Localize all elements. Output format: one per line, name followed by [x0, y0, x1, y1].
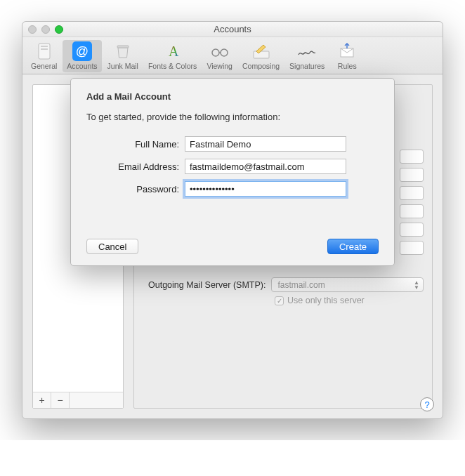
remove-account-button[interactable]: − [51, 392, 70, 408]
obscured-field [400, 186, 424, 200]
smtp-value: fastmail.com [277, 280, 325, 290]
toolbar-label: Signatures [289, 62, 325, 70]
prefs-toolbar: General @ Accounts Junk Mail A Fonts & C… [22, 37, 443, 74]
full-name-row: Full Name: [86, 136, 379, 152]
toolbar-label: General [31, 62, 57, 70]
toolbar-item-accounts[interactable]: @ Accounts [63, 40, 101, 72]
sheet-title: Add a Mail Account [86, 91, 379, 102]
password-row: Password: [86, 181, 379, 197]
chevron-updown-icon: ▲▼ [414, 280, 419, 290]
toolbar-item-general[interactable]: General [27, 40, 61, 72]
compose-icon [250, 41, 273, 61]
svg-rect-5 [117, 46, 129, 48]
sheet-subtitle: To get started, provide the following in… [86, 112, 379, 122]
toolbar-label: Rules [338, 62, 357, 70]
email-label: Email Address: [86, 161, 185, 172]
toolbar-item-viewing[interactable]: Viewing [202, 40, 237, 72]
at-sign-icon: @ [71, 41, 93, 61]
create-button[interactable]: Create [327, 239, 379, 254]
toolbar-item-rules[interactable]: Rules [330, 40, 364, 72]
help-button[interactable]: ? [420, 397, 434, 411]
email-row: Email Address: [86, 159, 379, 174]
window-title: Accounts [22, 24, 443, 34]
svg-rect-2 [41, 48, 48, 50]
toolbar-label: Composing [242, 62, 280, 70]
svg-rect-9 [254, 51, 269, 58]
preferences-window: Accounts General @ Accounts Junk Mail A … [22, 21, 443, 419]
sheet-buttons: Cancel Create [86, 239, 379, 254]
use-only-checkbox[interactable]: ✓ [275, 296, 284, 305]
svg-text:A: A [169, 44, 179, 59]
glasses-icon [209, 41, 231, 61]
password-input[interactable] [185, 181, 346, 197]
full-name-input[interactable] [185, 136, 346, 152]
toolbar-item-fonts[interactable]: A Fonts & Colors [144, 40, 201, 72]
use-only-label: Use only this server [287, 296, 365, 305]
smtp-row: Outgoing Mail Server (SMTP): fastmail.co… [148, 277, 424, 292]
signature-icon [296, 41, 318, 61]
toolbar-item-junk[interactable]: Junk Mail [103, 40, 143, 72]
toolbar-item-composing[interactable]: Composing [238, 40, 284, 72]
cancel-button[interactable]: Cancel [86, 239, 138, 254]
full-name-label: Full Name: [86, 139, 185, 150]
smtp-label: Outgoing Mail Server (SMTP): [148, 280, 266, 290]
general-icon [33, 41, 55, 61]
svg-point-8 [221, 49, 228, 56]
titlebar: Accounts [22, 22, 443, 37]
sidebar-footer: + − [33, 392, 123, 408]
rules-icon [336, 41, 358, 61]
svg-rect-1 [41, 46, 48, 47]
svg-text:@: @ [76, 44, 89, 58]
toolbar-item-signatures[interactable]: Signatures [285, 40, 329, 72]
obscured-field [400, 223, 424, 237]
email-input[interactable] [185, 159, 346, 174]
obscured-field [400, 241, 424, 255]
fonts-icon: A [162, 41, 184, 61]
password-label: Password: [86, 184, 185, 194]
use-only-row: ✓ Use only this server [275, 296, 365, 305]
smtp-select[interactable]: fastmail.com ▲▼ [271, 277, 424, 292]
trash-icon [112, 41, 134, 61]
add-account-button[interactable]: + [33, 392, 51, 408]
obscured-field [400, 168, 424, 182]
toolbar-label: Viewing [207, 62, 232, 70]
svg-point-7 [212, 49, 219, 56]
obscured-field [400, 204, 424, 218]
obscured-field [400, 150, 424, 164]
add-account-sheet: Add a Mail Account To get started, provi… [70, 78, 395, 266]
obscured-fields [400, 150, 424, 255]
toolbar-label: Junk Mail [107, 62, 138, 70]
toolbar-label: Fonts & Colors [148, 62, 197, 70]
toolbar-label: Accounts [67, 62, 97, 70]
